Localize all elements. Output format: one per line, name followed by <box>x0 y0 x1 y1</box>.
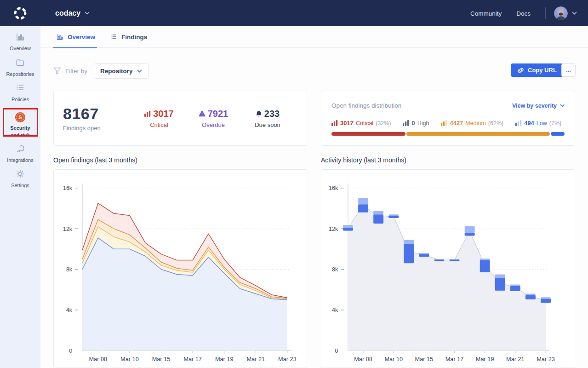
funnel-icon <box>53 67 61 75</box>
candlestick-chart-svg: 04k8k12k16kMar 08Mar 10Mar 15Mar 17Mar 1… <box>321 170 575 368</box>
view-by-severity-dropdown[interactable]: View by severity <box>512 103 565 109</box>
open-findings-chart-title: Open findings (last 3 months) <box>53 156 137 164</box>
list-icon <box>0 83 40 93</box>
org-switcher[interactable]: codacy <box>55 9 90 17</box>
tab-findings[interactable]: Findings <box>109 26 147 48</box>
codacy-logo-icon <box>13 6 28 21</box>
severity-bars-icon <box>441 120 447 126</box>
sidebar-item-security-and-risk[interactable]: S Security and risk <box>0 112 40 139</box>
sidebar-item-label: Repositories <box>0 71 40 78</box>
legend-label: Critical <box>356 120 373 126</box>
stat-label: Critical <box>132 121 186 128</box>
tab-overview[interactable]: Overview <box>55 26 95 48</box>
sidebar-item-settings[interactable]: Settings <box>0 169 40 189</box>
severity-legend: 3017 Critical (32%) 0 High 4427 Medium (… <box>331 120 565 126</box>
tab-bar: Overview Findings <box>40 26 588 48</box>
brand-name: codacy <box>55 9 80 17</box>
svg-text:Mar 08: Mar 08 <box>354 356 372 362</box>
chevron-down-icon <box>137 69 142 73</box>
sidebar-item-repositories[interactable]: Repositories <box>0 58 40 78</box>
svg-text:Mar 17: Mar 17 <box>445 356 464 362</box>
svg-text:4k: 4k <box>332 307 338 313</box>
avatar[interactable] <box>554 6 568 20</box>
stat-value: 233 <box>264 109 280 119</box>
stat-label: Overdue <box>186 121 240 128</box>
sidebar: Overview Repositories Policies S Securit… <box>0 26 40 368</box>
svg-text:Mar 15: Mar 15 <box>152 356 171 362</box>
legend-item-high: 0 High <box>403 120 429 126</box>
severity-bars-icon <box>331 120 338 126</box>
distribution-title: Open findings distribution <box>331 102 401 109</box>
findings-open-label: Findings open <box>63 125 132 132</box>
sidebar-item-label: Security and risk <box>0 125 40 139</box>
svg-text:Mar 10: Mar 10 <box>120 356 139 362</box>
severity-bars-icon <box>515 120 522 126</box>
svg-text:Mar 23: Mar 23 <box>537 356 555 362</box>
stat-due-soon: 233 Due soon <box>240 109 295 128</box>
svg-text:16k: 16k <box>63 185 73 191</box>
svg-text:Mar 21: Mar 21 <box>246 356 265 362</box>
svg-text:Mar 23: Mar 23 <box>278 356 297 362</box>
svg-text:Mar 15: Mar 15 <box>415 356 434 362</box>
bar-segment <box>551 132 565 136</box>
svg-text:Mar 21: Mar 21 <box>506 356 525 362</box>
repository-filter-dropdown[interactable]: Repository <box>94 63 148 79</box>
findings-summary-card: 8167 Findings open 3017 Critical 7921 Ov… <box>53 91 307 146</box>
stat-overdue: 7921 Overdue <box>186 109 240 128</box>
view-by-severity-label: View by severity <box>512 103 557 109</box>
activity-history-chart: 04k8k12k16kMar 08Mar 10Mar 15Mar 17Mar 1… <box>321 169 575 368</box>
open-findings-distribution-card: Open findings distribution View by sever… <box>321 91 575 146</box>
svg-text:4k: 4k <box>66 307 73 313</box>
bell-icon <box>256 110 262 117</box>
legend-count: 4427 <box>450 120 463 126</box>
svg-text:12k: 12k <box>329 226 338 232</box>
svg-text:8k: 8k <box>66 266 73 273</box>
folder-icon <box>0 58 40 68</box>
filter-by-label: Filter by <box>65 68 87 75</box>
bar-chart-icon <box>0 32 40 42</box>
svg-text:16k: 16k <box>329 185 338 191</box>
legend-item-critical: 3017 Critical (32%) <box>331 120 391 126</box>
legend-label: Medium <box>465 120 485 126</box>
bar-chart-icon <box>56 33 63 40</box>
legend-count: 3017 <box>340 120 354 126</box>
sidebar-item-label: Settings <box>0 182 40 189</box>
activity-history-chart-title: Activity history (last 3 months) <box>321 156 406 164</box>
sidebar-item-integrations[interactable]: Integrations <box>0 144 40 164</box>
svg-text:Mar 17: Mar 17 <box>183 356 202 362</box>
area-chart-svg: 04k8k12k16kMar 08Mar 10Mar 15Mar 17Mar 1… <box>54 170 307 368</box>
bar-segment <box>331 132 405 136</box>
legend-pct: (62%) <box>488 120 503 126</box>
link-icon <box>517 67 524 74</box>
stat-value: 3017 <box>153 109 174 119</box>
divider <box>545 7 546 19</box>
stat-critical: 3017 Critical <box>132 109 186 128</box>
svg-text:Mar 10: Mar 10 <box>384 356 403 362</box>
legend-item-medium: 4427 Medium (62%) <box>441 120 503 126</box>
legend-count: 494 <box>524 120 534 126</box>
open-findings-chart: 04k8k12k16kMar 08Mar 10Mar 15Mar 17Mar 1… <box>53 169 307 368</box>
tab-label: Overview <box>68 34 95 40</box>
sidebar-item-label: Policies <box>0 96 40 103</box>
more-actions-button[interactable]: ... <box>561 63 576 77</box>
sidebar-item-label: Overview <box>0 45 40 52</box>
tab-label: Findings <box>121 34 147 40</box>
stat-value: 7921 <box>208 109 228 119</box>
list-icon <box>110 34 117 40</box>
chevron-down-icon[interactable] <box>572 12 577 15</box>
legend-label: Low <box>537 120 547 126</box>
stat-label: Due soon <box>240 121 295 128</box>
copy-url-label: Copy URL <box>528 67 557 74</box>
repository-filter-value: Repository <box>100 68 133 75</box>
svg-text:12k: 12k <box>63 226 73 232</box>
legend-pct: (32%) <box>376 120 391 126</box>
legend-pct: (7%) <box>549 120 561 126</box>
security-badge-icon: S <box>0 112 40 122</box>
svg-text:0: 0 <box>335 348 338 354</box>
puzzle-icon <box>0 144 40 154</box>
nav-link-docs[interactable]: Docs <box>516 10 531 17</box>
nav-link-community[interactable]: Community <box>470 10 502 17</box>
copy-url-button[interactable]: Copy URL <box>511 63 563 77</box>
sidebar-item-policies[interactable]: Policies <box>0 83 40 103</box>
sidebar-item-overview[interactable]: Overview <box>0 32 40 52</box>
